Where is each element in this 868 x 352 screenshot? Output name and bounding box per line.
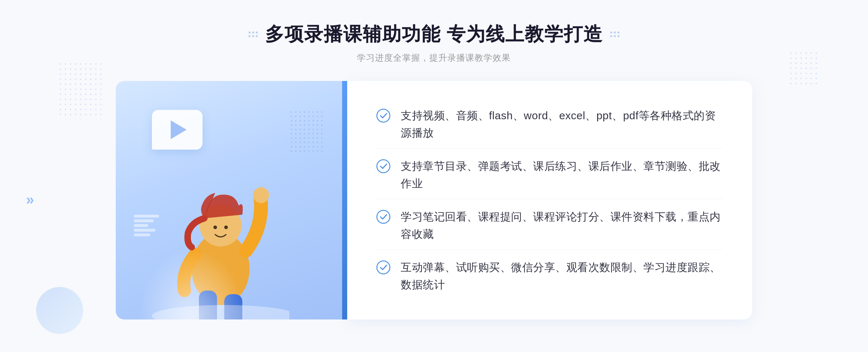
check-icon-2: [376, 159, 391, 173]
svg-point-13: [377, 261, 390, 274]
page-wrapper: » 多项录播课辅助功能 专为线上教学打造 学习进度全掌握，提升录播课教学效果: [0, 0, 868, 352]
svg-point-12: [377, 210, 390, 223]
illustration-panel: [116, 81, 347, 319]
svg-point-10: [377, 109, 390, 122]
feature-item-1: 支持视频、音频、flash、word、excel、ppt、pdf等各种格式的资源…: [376, 100, 723, 149]
page-subtitle: 学习进度全掌握，提升录播课教学效果: [248, 52, 620, 64]
page-header: 多项录播课辅助功能 专为线上教学打造 学习进度全掌握，提升录播课教学效果: [248, 22, 620, 64]
feature-item-4: 互动弹幕、试听购买、微信分享、观看次数限制、学习进度跟踪、数据统计: [376, 252, 723, 300]
svg-point-8: [224, 226, 228, 229]
stripe-3: [134, 224, 148, 227]
circle-decoration-bottom-left: [36, 287, 83, 334]
svg-point-7: [213, 226, 217, 229]
feature-text-4: 互动弹幕、试听购买、微信分享、观看次数限制、学习进度跟踪、数据统计: [401, 259, 723, 293]
stripe-2: [134, 219, 154, 222]
illustration-dots: [289, 110, 326, 153]
dots-decoration-right: [788, 51, 817, 87]
dot-grid-left-icon: [248, 31, 258, 37]
feature-item-3: 学习笔记回看、课程提问、课程评论打分、课件资料下载，重点内容收藏: [376, 202, 723, 250]
dots-decoration-left: [58, 61, 101, 119]
check-icon-4: [376, 260, 391, 275]
left-decorator: [248, 31, 258, 37]
arrow-decoration-left: »: [26, 192, 31, 208]
accent-bar: [342, 81, 347, 319]
right-decorator: [610, 31, 620, 37]
header-title-row: 多项录播课辅助功能 专为线上教学打造: [248, 22, 620, 47]
check-icon-3: [376, 210, 391, 224]
feature-item-2: 支持章节目录、弹题考试、课后练习、课后作业、章节测验、批改作业: [376, 151, 723, 199]
feature-text-3: 学习笔记回看、课程提问、课程评论打分、课件资料下载，重点内容收藏: [401, 208, 723, 243]
light-cone: [137, 247, 246, 319]
main-content: 支持视频、音频、flash、word、excel、ppt、pdf等各种格式的资源…: [116, 81, 752, 319]
svg-point-5: [253, 187, 269, 203]
page-title: 多项录播课辅助功能 专为线上教学打造: [265, 22, 603, 47]
stripe-5: [134, 233, 150, 236]
content-panel: 支持视频、音频、flash、word、excel、ppt、pdf等各种格式的资源…: [347, 81, 752, 319]
check-icon-1: [376, 108, 391, 123]
feature-text-1: 支持视频、音频、flash、word、excel、ppt、pdf等各种格式的资源…: [401, 107, 723, 142]
svg-point-11: [377, 160, 390, 173]
dot-grid-right-icon: [610, 31, 620, 37]
feature-text-2: 支持章节目录、弹题考试、课后练习、课后作业、章节测验、批改作业: [401, 158, 723, 192]
